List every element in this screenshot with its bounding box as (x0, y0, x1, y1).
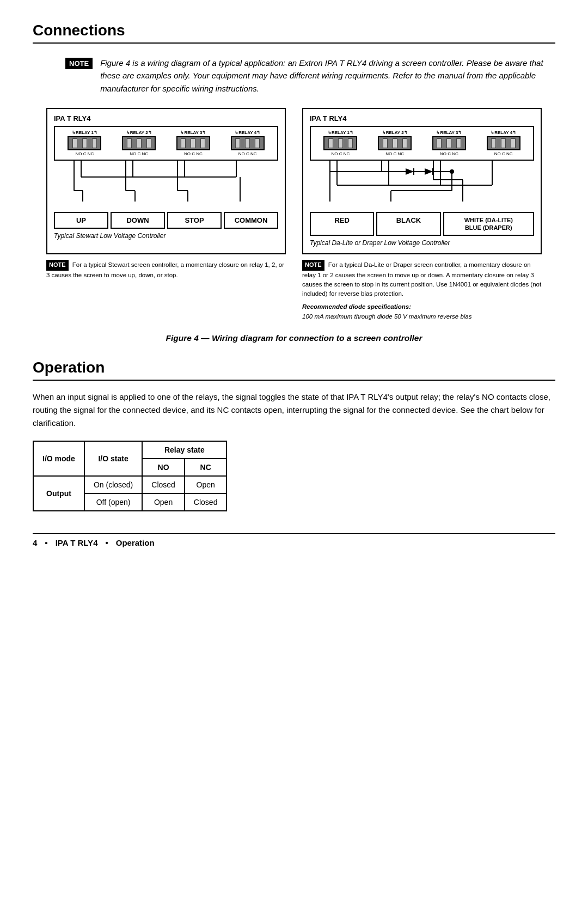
wiring-svg-left (54, 161, 278, 210)
diagram-left: IPA T RLY4 ↳RELAY 1↰ NO C NC ↳RELAY 2↰ (46, 108, 286, 255)
footer-page-number: 4 (33, 538, 37, 547)
cell-nc-open: Open (185, 476, 227, 493)
page-footer: 4 ▪ IPA T RLY4 • Operation (33, 533, 555, 547)
col-io-state: I/O state (84, 441, 142, 476)
note-text: Figure 4 is a wiring diagram of a typica… (100, 57, 555, 95)
diagram-left-caption: Typical Stewart Low Voltage Controller (54, 232, 278, 240)
note-badge: NOTE (65, 58, 93, 69)
cell-nc-closed: Closed (185, 493, 227, 511)
relay-state-table: I/O mode I/O state Relay state NO NC Out… (33, 441, 227, 511)
terminal-up: UP (54, 212, 108, 229)
diagram-right-caption: Typical Da-Lite or Draper Low Voltage Co… (310, 239, 534, 247)
note-badge-left: NOTE (46, 260, 69, 271)
terminal-common: COMMON (224, 212, 278, 229)
col-relay-state: Relay state (142, 441, 226, 459)
terminal-white-blue: WHITE (DA-LITE)BLUE (DRAPER) (443, 212, 534, 236)
cell-no-closed: Closed (142, 476, 185, 493)
diagram-right-header: IPA T RLY4 (310, 114, 534, 123)
wiring-svg-right (310, 161, 534, 210)
terminal-stop: STOP (167, 212, 222, 229)
operation-body: When an input signal is applied to one o… (33, 391, 555, 430)
terminal-row-right: RED BLACK WHITE (DA-LITE)BLUE (DRAPER) (310, 212, 534, 236)
svg-marker-22 (425, 168, 433, 175)
diagram-left-header: IPA T RLY4 (54, 114, 278, 123)
cell-on-closed: On (closed) (84, 476, 142, 493)
terminal-row-left: UP DOWN STOP COMMON (54, 212, 278, 229)
notes-row: NOTE For a typical Stewart screen contro… (33, 260, 555, 321)
terminal-red: RED (310, 212, 374, 236)
footer-section: Operation (116, 538, 155, 547)
note-left: NOTE For a typical Stewart screen contro… (46, 260, 286, 321)
recommended-specs: Recommended diode specifications: 100 mA… (302, 302, 542, 321)
figure-caption: Figure 4 — Wiring diagram for connection… (33, 332, 555, 344)
cell-output: Output (33, 476, 84, 511)
diagram-right: IPA T RLY4 ↳RELAY 1↰ NO C NC ↳RELAY 2↰ (302, 108, 542, 255)
col-no: NO (142, 459, 185, 476)
note-right: NOTE For a typical Da-Lite or Draper scr… (302, 260, 542, 321)
note-text-right: For a typical Da-Lite or Draper screen c… (302, 261, 541, 296)
footer-product: IPA T RLY4 (56, 538, 98, 547)
col-nc: NC (185, 459, 227, 476)
page-title: Connections (33, 22, 555, 44)
footer-separator: ▪ (45, 538, 47, 547)
diagrams-row: IPA T RLY4 ↳RELAY 1↰ NO C NC ↳RELAY 2↰ (33, 108, 555, 255)
col-io-mode: I/O mode (33, 441, 84, 476)
cell-off-open: Off (open) (84, 493, 142, 511)
terminal-black: BLACK (376, 212, 440, 236)
note-block: NOTE Figure 4 is a wiring diagram of a t… (33, 57, 555, 95)
table-row: Output On (closed) Closed Open (33, 476, 226, 493)
svg-marker-19 (406, 168, 414, 175)
terminal-down: DOWN (111, 212, 165, 229)
cell-no-open: Open (142, 493, 185, 511)
note-badge-right: NOTE (302, 260, 324, 271)
section-heading-operation: Operation (33, 359, 555, 381)
note-text-left: For a typical Stewart screen controller,… (46, 261, 284, 278)
